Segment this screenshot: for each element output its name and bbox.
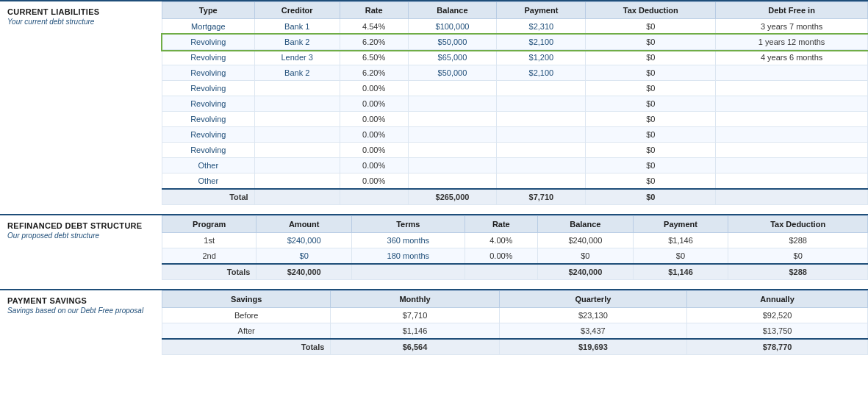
liabilities-cell (716, 96, 868, 112)
liabilities-cell: $50,000 (408, 35, 497, 50)
liabilities-row: Revolving0.00%$0 (162, 127, 868, 143)
liabilities-cell: $0 (586, 158, 716, 173)
liabilities-row: RevolvingBank 26.20%$50,000$2,100$0 (162, 65, 868, 81)
liabilities-cell: Revolving (162, 112, 255, 127)
savings-row: After$1,146$3,437$13,750 (162, 323, 868, 340)
liabilities-cell (497, 127, 586, 143)
savings-cell: After (162, 323, 331, 340)
liabilities-cell: Revolving (162, 50, 255, 65)
refinanced-cell: 2nd (162, 248, 257, 265)
col-rate: Rate (340, 2, 408, 19)
liabilities-cell (254, 173, 340, 190)
liabilities-cell: Revolving (162, 127, 255, 143)
liabilities-cell: $0 (586, 50, 716, 65)
refinanced-cell: $240,000 (538, 233, 634, 248)
liabilities-cell (497, 173, 586, 190)
liabilities-row: RevolvingBank 26.20%$50,000$2,100$01 yea… (162, 35, 868, 50)
liabilities-cell: 6.20% (340, 65, 408, 81)
liabilities-row: MortgageBank 14.54%$100,000$2,310$03 yea… (162, 19, 868, 35)
refinanced-cell: 0.00% (465, 248, 537, 265)
liabilities-totals-row: Total$265,000$7,710$0 (162, 189, 868, 205)
liabilities-cell (408, 173, 497, 190)
liabilities-cell: $2,310 (497, 19, 586, 35)
refinanced-table: Program Amount Terms Rate Balance Paymen… (162, 215, 868, 280)
liabilities-title: CURRENT LIABILITIES (7, 7, 154, 16)
liabilities-cell: $50,000 (408, 65, 497, 81)
refinanced-subtitle: Our proposed debt structure (7, 232, 154, 240)
liabilities-cell (408, 143, 497, 158)
liabilities-cell: $0 (586, 143, 716, 158)
liabilities-cell (408, 158, 497, 173)
refinanced-cell: 4.00% (465, 233, 537, 248)
liabilities-cell (497, 143, 586, 158)
liabilities-cell: $0 (586, 65, 716, 81)
liabilities-cell: Other (162, 173, 255, 190)
liabilities-section: CURRENT LIABILITIES Your current debt st… (0, 0, 868, 205)
savings-cell: $3,437 (499, 323, 686, 340)
col-tax: Tax Deduction (586, 2, 716, 19)
liabilities-cell (716, 65, 868, 81)
liabilities-cell: Revolving (162, 143, 255, 158)
savings-section: PAYMENT SAVINGS Savings based on our Deb… (0, 289, 868, 355)
savings-table: Savings Monthly Quarterly Annually Befor… (162, 290, 868, 355)
refinanced-title: REFINANCED DEBT STRUCTURE (7, 221, 154, 230)
savings-cell: $13,750 (687, 323, 868, 340)
liabilities-table: Type Creditor Rate Balance Payment Tax D… (162, 1, 868, 205)
liabilities-cell: Other (162, 158, 255, 173)
liabilities-cell: 0.00% (340, 112, 408, 127)
liabilities-cell (408, 81, 497, 96)
liabilities-cell: 0.00% (340, 81, 408, 96)
ref-col-balance: Balance (538, 216, 634, 233)
liabilities-cell (497, 81, 586, 96)
liabilities-cell: $0 (586, 112, 716, 127)
liabilities-row: Revolving0.00%$0 (162, 81, 868, 96)
liabilities-row: Other0.00%$0 (162, 173, 868, 190)
liabilities-cell: Bank 1 (254, 19, 340, 35)
liabilities-cell: Revolving (162, 65, 255, 81)
savings-total-cell: $19,693 (499, 339, 686, 355)
savings-total-cell: Totals (162, 339, 331, 355)
liabilities-cell: Mortgage (162, 19, 255, 35)
liabilities-cell: $0 (586, 19, 716, 35)
savings-cell: $7,710 (331, 308, 499, 323)
liabilities-subtitle: Your current debt structure (7, 18, 154, 26)
liabilities-cell: 1 years 12 months (716, 35, 868, 50)
liabilities-cell: Bank 2 (254, 65, 340, 81)
liabilities-cell: 0.00% (340, 143, 408, 158)
liabilities-cell: 0.00% (340, 96, 408, 112)
liabilities-label: CURRENT LIABILITIES Your current debt st… (0, 1, 162, 205)
savings-label: PAYMENT SAVINGS Savings based on our Deb… (0, 290, 162, 355)
liabilities-total-cell: $7,710 (497, 189, 586, 205)
refinanced-cell: $0 (538, 248, 634, 265)
liabilities-total-cell: $265,000 (408, 189, 497, 205)
liabilities-cell: $0 (586, 127, 716, 143)
ref-col-terms: Terms (352, 216, 465, 233)
refinanced-cell: $1,146 (633, 233, 728, 248)
refinanced-cell: $240,000 (257, 233, 352, 248)
refinanced-cell: $0 (633, 248, 728, 265)
col-type: Type (162, 2, 255, 19)
liabilities-cell (716, 112, 868, 127)
liabilities-total-cell (254, 189, 340, 205)
ref-col-program: Program (162, 216, 257, 233)
liabilities-cell: 6.50% (340, 50, 408, 65)
savings-cell: $92,520 (687, 308, 868, 323)
ref-col-rate: Rate (465, 216, 537, 233)
liabilities-cell: Bank 2 (254, 35, 340, 50)
refinanced-row: 1st$240,000360 months4.00%$240,000$1,146… (162, 233, 868, 248)
liabilities-cell (408, 127, 497, 143)
liabilities-cell: $1,200 (497, 50, 586, 65)
col-debtfree: Debt Free in (716, 2, 868, 19)
liabilities-cell (716, 127, 868, 143)
refinanced-total-cell: Totals (162, 264, 257, 280)
liabilities-row: Revolving0.00%$0 (162, 96, 868, 112)
refinanced-total-cell: $240,000 (257, 264, 352, 280)
liabilities-cell (254, 112, 340, 127)
liabilities-cell (254, 127, 340, 143)
liabilities-cell: $2,100 (497, 65, 586, 81)
refinanced-section: REFINANCED DEBT STRUCTURE Our proposed d… (0, 214, 868, 280)
savings-cell: Before (162, 308, 331, 323)
liabilities-total-cell: Total (162, 189, 255, 205)
liabilities-cell (254, 143, 340, 158)
refinanced-label: REFINANCED DEBT STRUCTURE Our proposed d… (0, 215, 162, 280)
